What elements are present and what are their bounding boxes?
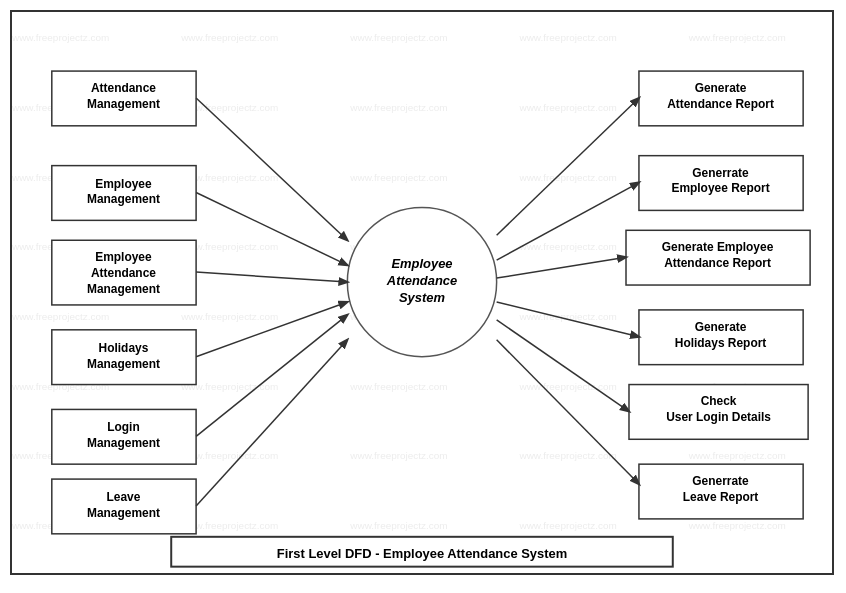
svg-text:Attendance: Attendance (91, 266, 156, 280)
svg-text:www.freeprojectz.com: www.freeprojectz.com (519, 520, 617, 531)
svg-text:www.freeprojectz.com: www.freeprojectz.com (519, 311, 617, 322)
svg-line-84 (497, 98, 639, 235)
svg-text:Employee: Employee (391, 256, 452, 271)
svg-text:www.freeprojectz.com: www.freeprojectz.com (349, 172, 447, 183)
svg-line-86 (497, 257, 626, 278)
svg-text:Generate: Generate (695, 81, 747, 95)
svg-text:Attendance: Attendance (386, 273, 457, 288)
svg-line-88 (497, 320, 629, 412)
svg-text:Employee Report: Employee Report (671, 181, 769, 195)
svg-text:Login: Login (107, 420, 139, 434)
svg-text:Generate: Generate (695, 320, 747, 334)
svg-line-80 (196, 272, 347, 282)
svg-text:www.freeprojectz.com: www.freeprojectz.com (519, 450, 617, 461)
svg-text:www.freeprojectz.com: www.freeprojectz.com (180, 32, 278, 43)
svg-text:Management: Management (87, 357, 160, 371)
svg-line-83 (196, 340, 347, 506)
svg-line-89 (497, 340, 639, 484)
svg-text:Management: Management (87, 436, 160, 450)
svg-text:www.freeprojectz.com: www.freeprojectz.com (519, 172, 617, 183)
svg-text:www.freeprojectz.com: www.freeprojectz.com (349, 102, 447, 113)
svg-text:Employee: Employee (95, 250, 152, 264)
svg-text:www.freeprojectz.com: www.freeprojectz.com (519, 102, 617, 113)
svg-text:Management: Management (87, 97, 160, 111)
svg-text:First Level DFD - Employee Att: First Level DFD - Employee Attendance Sy… (277, 546, 567, 561)
svg-text:www.freeprojectz.com: www.freeprojectz.com (688, 32, 786, 43)
svg-text:Generrate: Generrate (692, 474, 749, 488)
svg-text:Management: Management (87, 282, 160, 296)
svg-line-78 (196, 98, 347, 240)
svg-line-79 (196, 192, 347, 265)
svg-text:Leave Report: Leave Report (683, 490, 759, 504)
svg-text:www.freeprojectz.com: www.freeprojectz.com (349, 32, 447, 43)
diagram-container: www.freeprojectz.com www.freeprojectz.co… (10, 10, 834, 575)
svg-text:www.freeprojectz.com: www.freeprojectz.com (688, 450, 786, 461)
svg-text:www.freeprojectz.com: www.freeprojectz.com (180, 311, 278, 322)
svg-text:www.freeprojectz.com: www.freeprojectz.com (519, 241, 617, 252)
svg-line-87 (497, 302, 639, 337)
svg-text:Attendance Report: Attendance Report (667, 97, 774, 111)
svg-text:User Login Details: User Login Details (666, 410, 771, 424)
svg-text:Attendance Report: Attendance Report (664, 256, 771, 270)
svg-text:Holidays: Holidays (99, 341, 149, 355)
svg-text:www.freeprojectz.com: www.freeprojectz.com (688, 520, 786, 531)
svg-text:www.freeprojectz.com: www.freeprojectz.com (12, 32, 109, 43)
svg-text:Management: Management (87, 192, 160, 206)
svg-text:www.freeprojectz.com: www.freeprojectz.com (349, 520, 447, 531)
svg-text:Employee: Employee (95, 177, 152, 191)
svg-text:Leave: Leave (107, 490, 141, 504)
svg-text:Generate Employee: Generate Employee (662, 240, 774, 254)
svg-text:www.freeprojectz.com: www.freeprojectz.com (519, 381, 617, 392)
svg-line-82 (196, 315, 347, 436)
svg-text:Check: Check (701, 394, 737, 408)
svg-text:System: System (399, 290, 445, 305)
svg-text:Attendance: Attendance (91, 81, 156, 95)
svg-text:Generrate: Generrate (692, 166, 749, 180)
svg-text:www.freeprojectz.com: www.freeprojectz.com (12, 311, 109, 322)
svg-text:Management: Management (87, 506, 160, 520)
svg-text:www.freeprojectz.com: www.freeprojectz.com (349, 450, 447, 461)
svg-text:www.freeprojectz.com: www.freeprojectz.com (349, 381, 447, 392)
svg-text:www.freeprojectz.com: www.freeprojectz.com (519, 32, 617, 43)
svg-text:Holidays Report: Holidays Report (675, 336, 767, 350)
